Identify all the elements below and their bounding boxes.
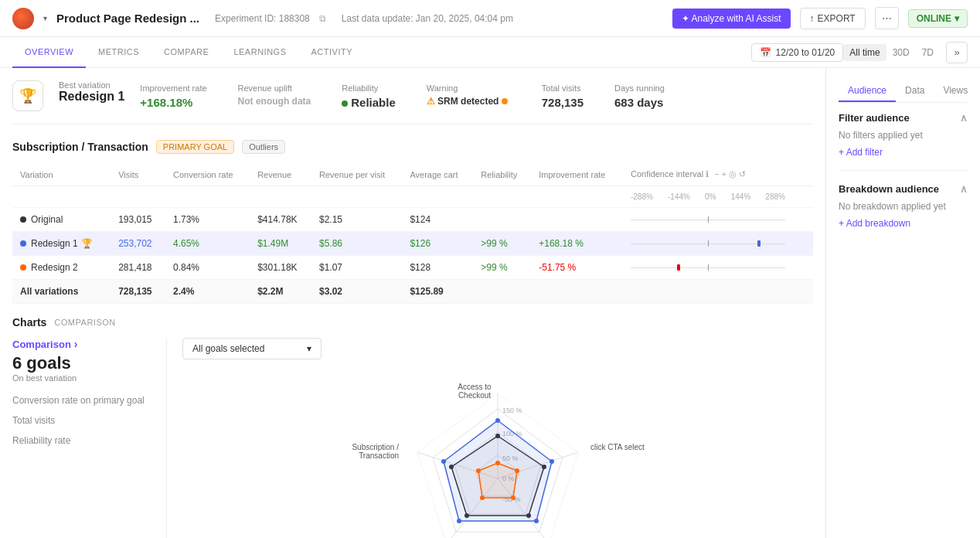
refresh-icon[interactable]: ↺ xyxy=(739,169,746,179)
date-range-label: 12/20 to 01/20 xyxy=(776,47,835,58)
filter-audience-section: Filter audience ∧ No filters applied yet… xyxy=(839,112,968,158)
improvement-rate-metric: Improvement rate +168.18% xyxy=(140,83,206,109)
table-row: Original 193,015 1.73% $414.78K $2.15 $1… xyxy=(12,208,813,232)
tab-overview[interactable]: OVERVIEW xyxy=(12,37,86,68)
results-table: Variation Visits Conversion rate Revenue… xyxy=(12,163,813,304)
svg-text:click CTA select: click CTA select xyxy=(590,443,645,451)
status-chevron-icon: ▾ xyxy=(954,13,959,24)
breakdown-audience-section: Breakdown audience ∧ No breakdown applie… xyxy=(839,183,968,229)
minus-icon[interactable]: − xyxy=(714,169,719,179)
experiment-id: Experiment ID: 188308 xyxy=(215,13,310,24)
comparison-item[interactable]: Comparison › 6 goals On best variation xyxy=(12,338,154,383)
charts-section: Charts COMPARISON Comparison › 6 goals O… xyxy=(12,316,813,538)
date-range-button[interactable]: 📅 12/20 to 01/20 xyxy=(751,43,844,62)
col-confidence: Confidence interval ℹ − + ◎ ↺ xyxy=(623,163,813,186)
variation-cell: Redesign 1 🏆 xyxy=(12,232,111,256)
add-filter-button[interactable]: + Add filter xyxy=(839,147,968,158)
table-row: Redesign 1 🏆 253,702 4.65% $1.49M $5.86 … xyxy=(12,232,813,256)
col-improvement: Improvement rate xyxy=(531,163,623,186)
svg-point-23 xyxy=(534,519,539,523)
variation-name-label: Redesign 2 xyxy=(31,262,78,273)
settings-icon[interactable]: ◎ xyxy=(729,169,737,179)
chevron-down-icon[interactable]: ▾ xyxy=(43,14,47,22)
right-panel: Audience Data Views Filter audience ∧ No… xyxy=(825,68,980,538)
tab-data[interactable]: Data xyxy=(896,80,934,102)
7d-button[interactable]: 7D xyxy=(916,44,940,61)
charts-layout: Comparison › 6 goals On best variation C… xyxy=(12,338,813,538)
best-variation-label: Best variation xyxy=(59,80,124,90)
outliers-badge[interactable]: Outliers xyxy=(242,140,285,154)
svg-point-24 xyxy=(457,519,461,523)
30d-button[interactable]: 30D xyxy=(886,44,916,61)
variation-cell: Original xyxy=(12,208,111,232)
variation-dot xyxy=(20,240,26,247)
export-icon: ↑ xyxy=(810,13,815,24)
best-variation-name: Redesign 1 xyxy=(59,90,124,104)
tab-learnings[interactable]: LEARNINGS xyxy=(221,37,298,68)
best-variation-icon: 🏆 xyxy=(12,80,43,111)
no-breakdown-text: No breakdown applied yet xyxy=(839,201,968,212)
tab-views[interactable]: Views xyxy=(934,80,977,102)
ai-assist-button[interactable]: ✦ Analyze with AI Assist xyxy=(672,9,791,29)
all-time-button[interactable]: All time xyxy=(843,44,886,61)
total-visits-metric: Total visits 728,135 xyxy=(542,83,584,109)
days-running-metric: Days running 683 days xyxy=(614,83,665,109)
variation-dot xyxy=(20,264,26,271)
col-reliability: Reliability xyxy=(473,163,531,186)
variation-name-label: Original xyxy=(31,214,63,225)
svg-point-30 xyxy=(480,495,485,500)
reliability-label: Reliability rate xyxy=(12,435,154,446)
tab-metrics[interactable]: METRICS xyxy=(86,37,151,68)
col-conv-rate: Conversion rate xyxy=(165,163,250,186)
calendar-icon: 📅 xyxy=(760,47,771,58)
status-badge: ONLINE ▾ xyxy=(908,9,968,28)
best-variation-section: 🏆 Best variation Redesign 1 Improvement … xyxy=(12,80,813,124)
col-visits: Visits xyxy=(111,163,165,186)
add-breakdown-button[interactable]: + Add breakdown xyxy=(839,218,968,229)
col-avg-cart: Average cart xyxy=(402,163,473,186)
collapse-panel-button[interactable]: » xyxy=(946,42,968,63)
export-button[interactable]: ↑ EXPORT xyxy=(800,8,866,29)
confidence-labels-row: -288% -144% 0% 144% 288% xyxy=(12,186,813,208)
svg-text:150 %: 150 % xyxy=(502,407,522,414)
panel-tabs: Audience Data Views xyxy=(839,80,968,103)
svg-text:Access to: Access to xyxy=(458,383,492,391)
tab-audience[interactable]: Audience xyxy=(839,80,896,102)
svg-point-21 xyxy=(495,418,500,423)
trophy-icon: 🏆 xyxy=(81,238,93,249)
goals-dropdown[interactable]: All goals selected ▾ xyxy=(182,338,322,359)
collapse-filter-icon[interactable]: ∧ xyxy=(960,112,968,124)
tab-compare[interactable]: COMPARE xyxy=(151,37,221,68)
svg-point-28 xyxy=(515,468,519,473)
plus-icon[interactable]: + xyxy=(722,169,726,179)
table-section-title: Subscription / Transaction xyxy=(12,141,148,153)
collapse-breakdown-icon[interactable]: ∧ xyxy=(960,183,968,195)
variation-dot xyxy=(20,216,26,223)
confidence-bar-cell xyxy=(623,256,813,280)
copy-icon[interactable]: ⧉ xyxy=(319,13,326,24)
variation-cell: Redesign 2 xyxy=(12,256,111,280)
top-header: ▾ Product Page Redesign ... Experiment I… xyxy=(0,0,980,37)
comparison-title: Comparison › xyxy=(12,338,154,350)
variation-name-label: Redesign 1 xyxy=(31,238,78,249)
variation-cell: All variations xyxy=(12,280,111,304)
confidence-labels: -288% -144% 0% 144% 288% xyxy=(631,192,785,201)
info-icon: ℹ xyxy=(706,169,709,179)
last-update: Last data update: Jan 20, 2025, 04:04 pm xyxy=(342,13,513,24)
charts-title: Charts xyxy=(12,316,46,329)
warning-metric: Warning ⚠ SRM detected xyxy=(427,83,511,107)
breakdown-audience-title: Breakdown audience xyxy=(839,183,939,195)
revenue-uplift-metric: Revenue uplift Not enough data xyxy=(238,83,311,107)
confidence-bar-cell xyxy=(623,208,813,232)
goals-count: 6 goals xyxy=(12,353,154,373)
tab-activity[interactable]: ACTIVITY xyxy=(298,37,365,68)
charts-left-panel: Comparison › 6 goals On best variation C… xyxy=(12,338,167,538)
comparison-badge: COMPARISON xyxy=(54,318,115,327)
more-options-button[interactable]: ⋯ xyxy=(875,7,899,29)
col-rev-per-visit: Revenue per visit xyxy=(311,163,402,186)
dropdown-chevron-icon: ▾ xyxy=(307,343,311,354)
svg-text:Subscription /: Subscription / xyxy=(352,443,399,451)
nav-tabs: OVERVIEW METRICS COMPARE LEARNINGS ACTIV… xyxy=(0,37,980,68)
radar-chart: 150 % 100 % 50 % 0 % -50 % xyxy=(351,378,645,538)
total-visits-label: Total visits xyxy=(12,415,154,426)
